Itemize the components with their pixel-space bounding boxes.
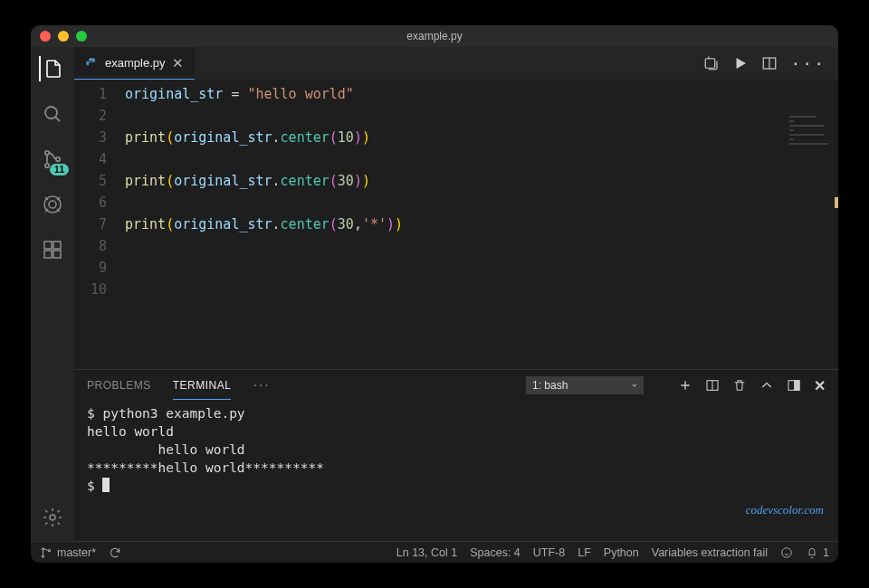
status-language[interactable]: Python — [604, 546, 639, 559]
code-content[interactable]: original_str = "hello world" print(origi… — [125, 83, 838, 369]
svg-rect-8 — [53, 251, 61, 258]
status-eol[interactable]: LF — [578, 546, 591, 559]
new-terminal-icon[interactable] — [678, 378, 692, 393]
line-number-gutter: 12345678910 — [74, 83, 125, 369]
svg-rect-9 — [53, 242, 61, 249]
titlebar: example.py — [31, 25, 838, 47]
panel-tab-problems[interactable]: PROBLEMS — [87, 372, 151, 399]
close-panel-icon[interactable]: ✕ — [814, 377, 826, 394]
smiley-icon — [780, 546, 793, 559]
svg-point-2 — [45, 164, 49, 167]
editor-tabs: example.py ✕ ··· — [74, 47, 838, 80]
window-controls — [40, 31, 87, 42]
python-file-icon — [85, 57, 98, 70]
bottom-panel: PROBLEMS TERMINAL ··· 1: bash — [74, 369, 838, 541]
panel-tab-terminal[interactable]: TERMINAL — [173, 372, 232, 400]
status-sync[interactable] — [109, 546, 121, 559]
status-feedback[interactable] — [780, 546, 793, 559]
tab-example-py[interactable]: example.py ✕ — [74, 47, 195, 80]
status-branch[interactable]: master* — [40, 546, 96, 559]
svg-point-3 — [56, 157, 60, 161]
status-notifications[interactable]: 1 — [806, 546, 829, 559]
status-indent[interactable]: Spaces: 4 — [470, 546, 520, 559]
svg-point-0 — [45, 107, 57, 119]
more-actions-icon[interactable]: ··· — [790, 54, 826, 73]
svg-rect-7 — [44, 251, 52, 258]
window-title: example.py — [31, 30, 838, 43]
status-encoding[interactable]: UTF-8 — [533, 546, 565, 559]
code-editor[interactable]: 12345678910 original_str = "hello world"… — [74, 80, 838, 369]
bell-icon — [806, 546, 818, 559]
extensions-icon[interactable] — [40, 237, 65, 262]
search-icon[interactable] — [40, 101, 65, 127]
svg-point-18 — [42, 555, 43, 556]
status-cursor-position[interactable]: Ln 13, Col 1 — [396, 546, 457, 559]
svg-point-17 — [42, 547, 43, 549]
scm-badge: 11 — [50, 164, 69, 175]
svg-point-5 — [49, 201, 56, 208]
sync-icon — [109, 546, 121, 559]
status-bar: master* Ln 13, Col 1 Spaces: 4 UTF-8 LF … — [31, 541, 838, 563]
svg-rect-16 — [795, 381, 799, 391]
compare-changes-icon[interactable] — [703, 55, 720, 71]
terminal-select[interactable]: 1: bash — [526, 376, 644, 394]
settings-gear-icon[interactable] — [40, 505, 65, 530]
branch-icon — [40, 546, 53, 559]
debug-icon[interactable] — [40, 192, 65, 217]
activity-bar: 11 — [31, 47, 74, 541]
svg-rect-6 — [44, 242, 52, 249]
panel-tabs: PROBLEMS TERMINAL ··· 1: bash — [74, 370, 838, 401]
toggle-panel-icon[interactable] — [787, 378, 801, 393]
editor-actions: ··· — [691, 47, 838, 80]
tab-label: example.py — [105, 56, 165, 70]
explorer-icon[interactable] — [39, 56, 64, 81]
close-window-button[interactable] — [40, 31, 51, 42]
svg-point-1 — [45, 151, 49, 155]
minimize-window-button[interactable] — [58, 31, 69, 42]
svg-point-20 — [782, 547, 792, 557]
editor-window: example.py 11 — [31, 25, 838, 563]
watermark: codevscolor.com — [746, 503, 824, 517]
run-icon[interactable] — [732, 55, 749, 71]
svg-point-10 — [50, 515, 55, 520]
split-editor-icon[interactable] — [761, 55, 778, 71]
tab-close-icon[interactable]: ✕ — [172, 55, 184, 71]
terminal-output[interactable]: $ python3 example.pyhello world hello wo… — [74, 401, 838, 541]
split-terminal-icon[interactable] — [705, 378, 720, 393]
panel-more-icon[interactable]: ··· — [253, 377, 270, 394]
editor-group: example.py ✕ ··· 12345678910 original_st… — [74, 47, 838, 541]
svg-point-19 — [48, 549, 50, 551]
svg-rect-12 — [706, 59, 716, 69]
status-message[interactable]: Variables extraction fail — [652, 546, 768, 559]
kill-terminal-icon[interactable] — [732, 378, 747, 393]
svg-point-11 — [90, 59, 91, 60]
maximize-panel-icon[interactable] — [759, 378, 774, 393]
maximize-window-button[interactable] — [76, 31, 87, 42]
source-control-icon[interactable]: 11 — [40, 147, 65, 172]
overview-ruler-marker — [835, 197, 838, 208]
